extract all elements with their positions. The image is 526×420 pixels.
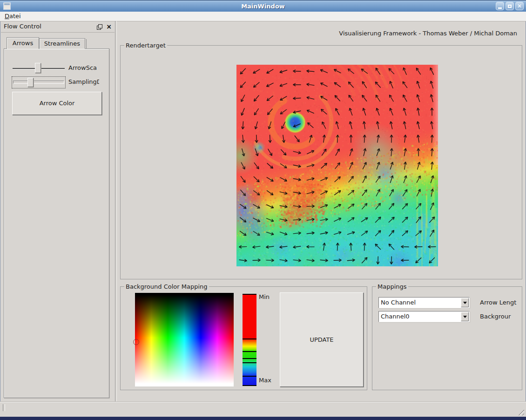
colorbar[interactable]: [243, 294, 256, 386]
slider-groove[interactable]: [13, 81, 64, 84]
arrow-length-channel-combo[interactable]: No Channel: [378, 297, 470, 308]
title-bar[interactable]: MainWindow ✕: [0, 0, 526, 12]
combo-value: Channel0: [381, 313, 410, 320]
combo-dropdown-button[interactable]: [461, 312, 469, 321]
mappings-group: Mappings No Channel Arrow Lengt Channel0…: [372, 286, 522, 390]
colorbar-min-label: Min: [259, 293, 277, 300]
background-label: Backgrour: [480, 313, 520, 320]
status-bar-mark: [3, 404, 5, 411]
bcm-group-label: Background Color Mapping: [124, 283, 209, 291]
window-title: MainWindow: [0, 3, 526, 10]
combo-dropdown-button[interactable]: [461, 298, 469, 307]
close-button[interactable]: ✕: [515, 2, 524, 10]
rendertarget-group-label: Rendertarget: [124, 41, 167, 49]
mappings-group-label: Mappings: [376, 283, 408, 291]
chevron-down-icon: [463, 316, 467, 318]
arrow-length-label: Arrow Lengt: [480, 299, 520, 306]
main-window: MainWindow ✕ Datei Flow Control × Arrows…: [0, 0, 526, 420]
slider-handle[interactable]: [27, 78, 34, 87]
resize-grip[interactable]: [516, 407, 524, 415]
credit-label: Visualisierung Framework - Thomas Weber …: [242, 30, 517, 37]
window-bottom-border: [0, 417, 526, 420]
sampling-density-slider[interactable]: [13, 77, 65, 88]
arrow-scale-label: ArrowSca: [68, 64, 99, 72]
menu-item-datei[interactable]: Datei: [0, 12, 25, 20]
arrow-color-button[interactable]: Arrow Color: [12, 92, 102, 115]
rendertarget-group: Rendertarget: [120, 45, 522, 279]
background-channel-combo[interactable]: Channel0: [378, 311, 470, 322]
hsv-color-picker[interactable]: [135, 293, 234, 386]
slider-handle[interactable]: [35, 63, 41, 73]
status-bar: [0, 401, 526, 417]
dock-close-icon[interactable]: ×: [106, 23, 112, 30]
chevron-down-icon: [463, 302, 467, 304]
maximize-button[interactable]: [506, 2, 514, 10]
background-color-mapping-group: Background Color Mapping Min Max UPDATE: [120, 286, 367, 390]
arrows-tab-pane: ArrowSca SamplingDe Arrow Color: [4, 48, 109, 398]
tab-streamlines[interactable]: Streamlines: [39, 38, 85, 49]
dock-title-bar[interactable]: Flow Control ×: [1, 22, 115, 33]
dock-float-icon[interactable]: [97, 24, 102, 30]
sampling-density-label: SamplingDe: [68, 78, 99, 86]
update-button[interactable]: UPDATE: [280, 292, 364, 387]
minimize-button[interactable]: [496, 2, 504, 10]
tab-bar-end-divider: [85, 39, 87, 48]
combo-value: No Channel: [381, 299, 416, 306]
flow-visualization: [236, 65, 438, 266]
tab-arrows[interactable]: Arrows: [7, 37, 39, 49]
menu-bar: Datei: [0, 12, 526, 21]
dock-title-label: Flow Control: [4, 23, 41, 30]
arrow-scale-slider[interactable]: [13, 63, 65, 74]
colorbar-max-label: Max: [259, 377, 277, 384]
color-picker-marker[interactable]: [133, 339, 139, 345]
dock-splitter[interactable]: [115, 21, 117, 401]
